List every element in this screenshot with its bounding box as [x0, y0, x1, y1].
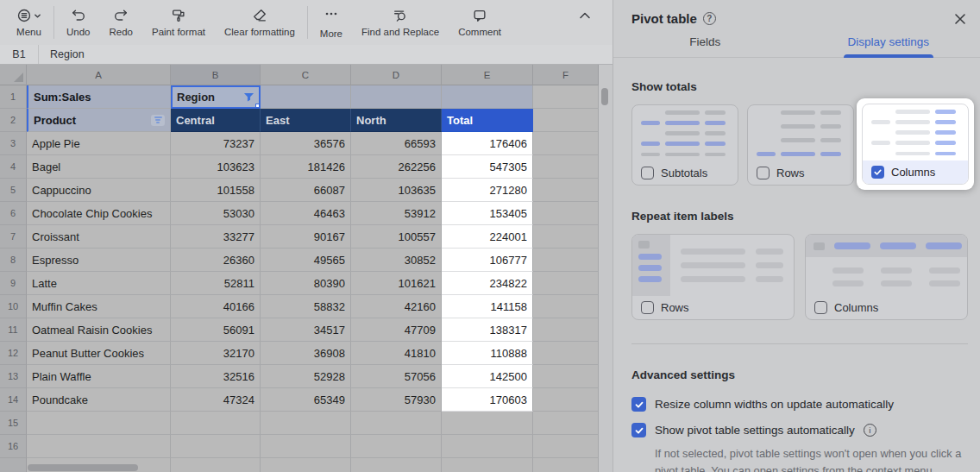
total-columns-checkbox[interactable]: [871, 166, 884, 179]
cell-E16[interactable]: [442, 435, 533, 458]
row-header-4[interactable]: 4: [0, 155, 27, 179]
cell-E3[interactable]: 176406: [442, 132, 533, 155]
col-header-B[interactable]: B: [171, 65, 261, 85]
cell-F12[interactable]: [533, 342, 599, 365]
cell-A6[interactable]: Chocolate Chip Cookies: [27, 202, 171, 225]
close-panel-button[interactable]: [954, 13, 966, 25]
cell-D17[interactable]: [351, 458, 442, 472]
more-button[interactable]: More: [311, 6, 352, 39]
cell-B15[interactable]: [171, 412, 261, 435]
cell-E2[interactable]: Total: [442, 109, 533, 132]
info-icon[interactable]: i: [864, 424, 876, 437]
cell-F13[interactable]: [533, 365, 599, 388]
cell-F14[interactable]: [533, 388, 599, 412]
row-header-8[interactable]: 8: [0, 249, 27, 272]
cell-A7[interactable]: Croissant: [27, 225, 171, 249]
cell-C13[interactable]: 52928: [261, 365, 351, 388]
name-box[interactable]: B1: [0, 48, 38, 60]
cell-B4[interactable]: 103623: [171, 155, 261, 179]
row-header-7[interactable]: 7: [0, 225, 27, 249]
cell-E4[interactable]: 547305: [442, 155, 533, 179]
show-settings-checkbox[interactable]: [631, 423, 646, 437]
paint-format-button[interactable]: Paint format: [142, 8, 215, 37]
cell-D3[interactable]: 66593: [351, 132, 442, 155]
cell-A2[interactable]: Product: [27, 109, 171, 132]
row-header-9[interactable]: 9: [0, 272, 27, 295]
cell-A5[interactable]: Cappuccino: [27, 179, 171, 202]
cell-A14[interactable]: Poundcake: [27, 388, 171, 412]
redo-button[interactable]: Redo: [100, 8, 143, 37]
total-rows-checkbox[interactable]: [757, 167, 770, 179]
cell-D10[interactable]: 42160: [351, 295, 442, 318]
cell-E12[interactable]: 110888: [442, 342, 533, 365]
cell-B2[interactable]: Central: [171, 109, 261, 132]
cell-F6[interactable]: [533, 202, 599, 225]
cell-A4[interactable]: Bagel: [27, 155, 171, 179]
cell-B5[interactable]: 101558: [171, 179, 261, 202]
cell-D5[interactable]: 103635: [351, 179, 442, 202]
cell-B10[interactable]: 40166: [171, 295, 261, 318]
cell-C3[interactable]: 36576: [261, 132, 351, 155]
cell-D8[interactable]: 30852: [351, 249, 442, 272]
cell-A3[interactable]: Apple Pie: [27, 132, 171, 155]
tab-fields[interactable]: Fields: [613, 35, 797, 57]
cell-E10[interactable]: 141158: [442, 295, 533, 318]
menu-button[interactable]: Menu: [7, 8, 51, 37]
cell-A8[interactable]: Espresso: [27, 249, 171, 272]
cell-B7[interactable]: 33277: [171, 225, 261, 249]
cell-F9[interactable]: [533, 272, 599, 295]
cell-A16[interactable]: [27, 435, 171, 458]
clear-formatting-button[interactable]: Clear formatting: [215, 8, 305, 37]
option-card-total-rows[interactable]: Rows: [747, 104, 854, 186]
cell-E13[interactable]: 142500: [442, 365, 533, 388]
cell-E11[interactable]: 138317: [442, 318, 533, 342]
cell-E14[interactable]: 170603: [442, 388, 533, 412]
col-header-D[interactable]: D: [351, 65, 442, 85]
option-card-repeat-columns[interactable]: Columns: [805, 234, 968, 320]
cell-B14[interactable]: 47324: [171, 388, 261, 412]
cell-C7[interactable]: 90167: [261, 225, 351, 249]
cell-E7[interactable]: 224001: [442, 225, 533, 249]
find-replace-button[interactable]: Find and Replace: [352, 8, 449, 37]
cell-C8[interactable]: 49565: [261, 249, 351, 272]
resize-columns-checkbox[interactable]: [631, 397, 646, 412]
cell-C5[interactable]: 66087: [261, 179, 351, 202]
cell-C17[interactable]: [261, 458, 351, 472]
row-header-12[interactable]: 12: [0, 342, 27, 365]
cell-D6[interactable]: 53912: [351, 202, 442, 225]
row-header-1[interactable]: 1: [0, 85, 27, 109]
cell-C9[interactable]: 80390: [261, 272, 351, 295]
subtotals-checkbox[interactable]: [641, 167, 654, 179]
row-header-10[interactable]: 10: [0, 295, 27, 318]
cell-F7[interactable]: [533, 225, 599, 249]
cell-A10[interactable]: Muffin Cakes: [27, 295, 171, 318]
cell-B9[interactable]: 52811: [171, 272, 261, 295]
col-header-E[interactable]: E: [442, 65, 533, 85]
cell-F4[interactable]: [533, 155, 599, 179]
row-header-[interactable]: [0, 458, 27, 472]
cell-A12[interactable]: Peanut Butter Cookies: [27, 342, 171, 365]
filter-lines-icon[interactable]: [151, 115, 165, 126]
formula-input[interactable]: Region: [39, 48, 85, 60]
row-header-6[interactable]: 6: [0, 202, 27, 225]
cell-A13[interactable]: Plain Waffle: [27, 365, 171, 388]
option-card-repeat-rows[interactable]: Rows: [631, 234, 795, 320]
cell-C14[interactable]: 65349: [261, 388, 351, 412]
cell-C4[interactable]: 181426: [261, 155, 351, 179]
cell-F16[interactable]: [533, 435, 599, 458]
cell-D16[interactable]: [351, 435, 442, 458]
fill-handle[interactable]: [255, 104, 261, 109]
col-header-C[interactable]: C: [261, 65, 351, 85]
repeat-columns-checkbox[interactable]: [814, 301, 827, 314]
cell-F10[interactable]: [533, 295, 599, 318]
cell-B1[interactable]: Region: [171, 85, 261, 109]
cell-B16[interactable]: [171, 435, 261, 458]
cell-F2[interactable]: [533, 109, 599, 132]
cell-E6[interactable]: 153405: [442, 202, 533, 225]
cell-D1[interactable]: [351, 85, 442, 109]
cell-C2[interactable]: East: [261, 109, 351, 132]
cell-F1[interactable]: [533, 85, 599, 109]
cell-E9[interactable]: 234822: [442, 272, 533, 295]
comment-button[interactable]: Comment: [449, 8, 511, 37]
cell-E8[interactable]: 106777: [442, 249, 533, 272]
